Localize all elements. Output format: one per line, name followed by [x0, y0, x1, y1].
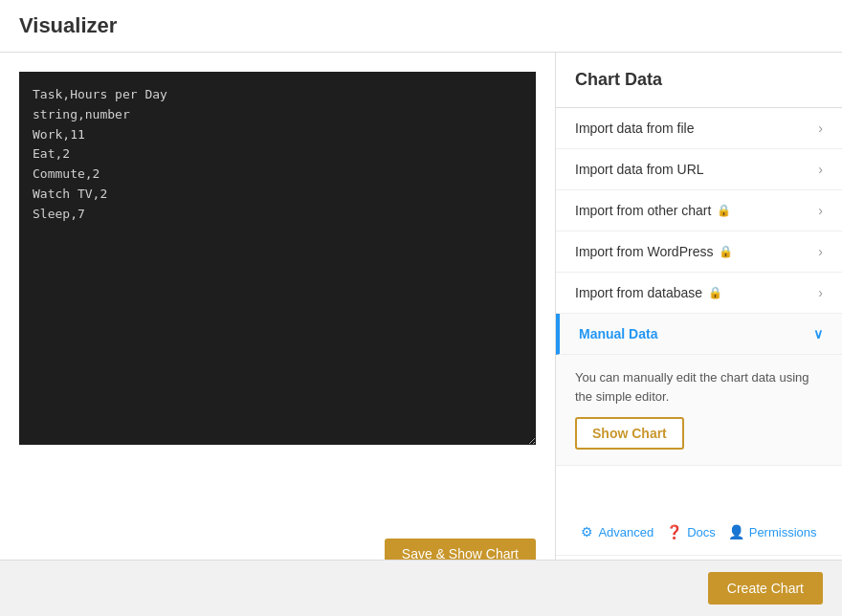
import-from-wordpress-label: Import from WordPress [575, 244, 713, 259]
import-from-other-chart-label: Import from other chart [575, 203, 711, 218]
manual-data-body: You can manually edit the chart data usi… [556, 355, 842, 466]
permissions-link[interactable]: 👤 Permissions [728, 524, 817, 539]
docs-link[interactable]: ❓ Docs [666, 524, 716, 539]
chevron-right-icon-2: › [818, 203, 823, 218]
chart-data-header: Chart Data [556, 53, 842, 108]
question-icon: ❓ [666, 524, 682, 539]
manual-data-label: Manual Data [579, 326, 657, 341]
lock-icon-0: 🔒 [717, 204, 731, 217]
advanced-link[interactable]: ⚙ Advanced [581, 524, 654, 539]
chart-data-textarea[interactable] [19, 72, 536, 445]
lock-icon-2: 🔒 [708, 286, 722, 299]
chevron-right-icon-4: › [818, 285, 823, 300]
main-content: Save & Show Chart Chart Data Import data… [0, 53, 842, 588]
docs-label: Docs [687, 525, 716, 539]
import-from-file-item[interactable]: Import data from file › [556, 108, 842, 149]
manual-data-item[interactable]: Manual Data ∨ [556, 314, 842, 355]
page-title: Visualizer [19, 13, 117, 37]
import-from-database-label: Import from database [575, 285, 702, 300]
import-from-other-chart-item[interactable]: Import from other chart 🔒 › [556, 190, 842, 231]
chevron-right-icon-3: › [818, 244, 823, 259]
footer-links: ⚙ Advanced ❓ Docs 👤 Permissions [556, 509, 842, 556]
page-header: Visualizer [0, 0, 842, 53]
import-from-database-item[interactable]: Import from database 🔒 › [556, 273, 842, 314]
import-from-url-label: Import data from URL [575, 162, 704, 177]
textarea-wrapper [19, 72, 536, 514]
manual-data-description: You can manually edit the chart data usi… [575, 368, 823, 406]
advanced-label: Advanced [598, 525, 654, 539]
chevron-down-icon: ∨ [813, 326, 823, 341]
import-from-file-label: Import data from file [575, 121, 695, 136]
lock-icon-1: 🔒 [719, 245, 733, 258]
chevron-right-icon-0: › [818, 121, 823, 136]
import-from-wordpress-item[interactable]: Import from WordPress 🔒 › [556, 231, 842, 273]
chevron-right-icon-1: › [818, 162, 823, 177]
right-panel: Chart Data Import data from file › Impor… [555, 53, 842, 588]
create-chart-button[interactable]: Create Chart [708, 572, 823, 605]
show-chart-button[interactable]: Show Chart [575, 417, 684, 450]
gear-icon: ⚙ [581, 524, 593, 539]
left-panel: Save & Show Chart [0, 53, 555, 588]
person-icon: 👤 [728, 524, 744, 539]
permissions-label: Permissions [749, 525, 817, 539]
import-from-url-item[interactable]: Import data from URL › [556, 149, 842, 190]
bottom-bar: Create Chart [0, 560, 842, 616]
